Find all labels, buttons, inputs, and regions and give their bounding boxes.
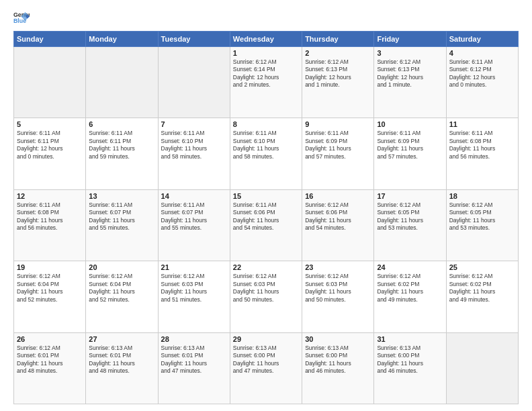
calendar-cell: 10Sunrise: 6:11 AM Sunset: 6:09 PM Dayli… [374, 118, 446, 189]
calendar-week-row: 19Sunrise: 6:12 AM Sunset: 6:04 PM Dayli… [14, 261, 519, 332]
calendar-cell: 4Sunrise: 6:11 AM Sunset: 6:12 PM Daylig… [446, 47, 518, 118]
day-info: Sunrise: 6:12 AM Sunset: 6:05 PM Dayligh… [377, 201, 443, 232]
weekday-header-monday: Monday [86, 32, 158, 47]
day-number: 31 [377, 335, 443, 343]
day-number: 4 [449, 49, 515, 57]
weekday-header-thursday: Thursday [302, 32, 374, 47]
calendar-week-row: 26Sunrise: 6:12 AM Sunset: 6:01 PM Dayli… [14, 332, 519, 404]
calendar-cell: 18Sunrise: 6:12 AM Sunset: 6:05 PM Dayli… [446, 189, 518, 261]
day-info: Sunrise: 6:12 AM Sunset: 6:04 PM Dayligh… [89, 273, 154, 304]
day-number: 28 [161, 335, 227, 343]
day-info: Sunrise: 6:12 AM Sunset: 6:14 PM Dayligh… [233, 58, 299, 89]
day-number: 30 [305, 335, 371, 343]
calendar-cell: 9Sunrise: 6:11 AM Sunset: 6:09 PM Daylig… [302, 118, 374, 189]
calendar-cell: 5Sunrise: 6:11 AM Sunset: 6:11 PM Daylig… [14, 118, 86, 189]
day-number: 13 [89, 192, 154, 200]
calendar-week-row: 5Sunrise: 6:11 AM Sunset: 6:11 PM Daylig… [14, 118, 519, 189]
day-number: 19 [17, 263, 83, 271]
calendar-cell: 19Sunrise: 6:12 AM Sunset: 6:04 PM Dayli… [14, 261, 86, 332]
day-number: 27 [89, 335, 154, 343]
calendar-cell: 1Sunrise: 6:12 AM Sunset: 6:14 PM Daylig… [230, 47, 302, 118]
day-number: 29 [233, 335, 299, 343]
day-info: Sunrise: 6:13 AM Sunset: 6:01 PM Dayligh… [89, 345, 154, 375]
logo: General Blue [13, 11, 30, 24]
day-info: Sunrise: 6:12 AM Sunset: 6:02 PM Dayligh… [377, 273, 443, 304]
calendar-cell: 29Sunrise: 6:13 AM Sunset: 6:00 PM Dayli… [230, 332, 302, 404]
calendar-cell: 11Sunrise: 6:11 AM Sunset: 6:08 PM Dayli… [446, 118, 518, 189]
day-info: Sunrise: 6:13 AM Sunset: 6:01 PM Dayligh… [161, 345, 227, 375]
calendar-cell: 20Sunrise: 6:12 AM Sunset: 6:04 PM Dayli… [86, 261, 158, 332]
weekday-header-sunday: Sunday [14, 32, 86, 47]
day-info: Sunrise: 6:11 AM Sunset: 6:12 PM Dayligh… [449, 58, 515, 89]
calendar-cell: 22Sunrise: 6:12 AM Sunset: 6:03 PM Dayli… [230, 261, 302, 332]
calendar-cell: 6Sunrise: 6:11 AM Sunset: 6:11 PM Daylig… [86, 118, 158, 189]
day-info: Sunrise: 6:12 AM Sunset: 6:01 PM Dayligh… [17, 345, 83, 375]
day-number: 7 [161, 120, 227, 128]
day-number: 17 [377, 192, 443, 200]
day-number: 24 [377, 263, 443, 271]
day-info: Sunrise: 6:13 AM Sunset: 6:00 PM Dayligh… [377, 345, 443, 375]
calendar-cell: 27Sunrise: 6:13 AM Sunset: 6:01 PM Dayli… [86, 332, 158, 404]
calendar-cell: 31Sunrise: 6:13 AM Sunset: 6:00 PM Dayli… [374, 332, 446, 404]
logo-icon: General Blue [13, 11, 30, 24]
day-info: Sunrise: 6:12 AM Sunset: 6:05 PM Dayligh… [449, 201, 515, 232]
calendar-cell: 30Sunrise: 6:13 AM Sunset: 6:00 PM Dayli… [302, 332, 374, 404]
day-number: 25 [449, 263, 515, 271]
calendar-cell [86, 47, 158, 118]
day-number: 6 [89, 120, 154, 128]
day-info: Sunrise: 6:12 AM Sunset: 6:02 PM Dayligh… [449, 273, 515, 304]
day-info: Sunrise: 6:12 AM Sunset: 6:13 PM Dayligh… [305, 58, 371, 89]
day-number: 11 [449, 120, 515, 128]
day-info: Sunrise: 6:13 AM Sunset: 6:00 PM Dayligh… [305, 345, 371, 375]
calendar-cell [158, 47, 230, 118]
day-number: 15 [233, 192, 299, 200]
day-number: 14 [161, 192, 227, 200]
day-info: Sunrise: 6:11 AM Sunset: 6:10 PM Dayligh… [233, 130, 299, 161]
weekday-header-wednesday: Wednesday [230, 32, 302, 47]
calendar-cell: 21Sunrise: 6:12 AM Sunset: 6:03 PM Dayli… [158, 261, 230, 332]
day-info: Sunrise: 6:12 AM Sunset: 6:13 PM Dayligh… [377, 58, 443, 89]
calendar-cell [446, 332, 518, 404]
day-info: Sunrise: 6:12 AM Sunset: 6:06 PM Dayligh… [305, 201, 371, 232]
day-info: Sunrise: 6:11 AM Sunset: 6:11 PM Dayligh… [17, 130, 83, 161]
calendar-week-row: 12Sunrise: 6:11 AM Sunset: 6:08 PM Dayli… [14, 189, 519, 261]
calendar-cell: 17Sunrise: 6:12 AM Sunset: 6:05 PM Dayli… [374, 189, 446, 261]
day-number: 1 [233, 49, 299, 57]
day-number: 10 [377, 120, 443, 128]
day-number: 22 [233, 263, 299, 271]
weekday-header-tuesday: Tuesday [158, 32, 230, 47]
calendar-cell: 3Sunrise: 6:12 AM Sunset: 6:13 PM Daylig… [374, 47, 446, 118]
day-info: Sunrise: 6:11 AM Sunset: 6:07 PM Dayligh… [89, 201, 154, 232]
calendar-cell: 14Sunrise: 6:11 AM Sunset: 6:07 PM Dayli… [158, 189, 230, 261]
weekday-header-friday: Friday [374, 32, 446, 47]
day-info: Sunrise: 6:12 AM Sunset: 6:03 PM Dayligh… [305, 273, 371, 304]
day-number: 20 [89, 263, 154, 271]
calendar-cell: 25Sunrise: 6:12 AM Sunset: 6:02 PM Dayli… [446, 261, 518, 332]
calendar-cell: 12Sunrise: 6:11 AM Sunset: 6:08 PM Dayli… [14, 189, 86, 261]
day-info: Sunrise: 6:11 AM Sunset: 6:09 PM Dayligh… [377, 130, 443, 161]
calendar-cell: 15Sunrise: 6:11 AM Sunset: 6:06 PM Dayli… [230, 189, 302, 261]
day-number: 3 [377, 49, 443, 57]
weekday-header-saturday: Saturday [446, 32, 518, 47]
day-info: Sunrise: 6:13 AM Sunset: 6:00 PM Dayligh… [233, 345, 299, 375]
calendar-cell: 8Sunrise: 6:11 AM Sunset: 6:10 PM Daylig… [230, 118, 302, 189]
calendar-cell: 2Sunrise: 6:12 AM Sunset: 6:13 PM Daylig… [302, 47, 374, 118]
day-number: 23 [305, 263, 371, 271]
calendar-cell: 26Sunrise: 6:12 AM Sunset: 6:01 PM Dayli… [14, 332, 86, 404]
day-number: 18 [449, 192, 515, 200]
header: General Blue [13, 11, 519, 24]
day-info: Sunrise: 6:11 AM Sunset: 6:07 PM Dayligh… [161, 201, 227, 232]
page: General Blue SundayMondayTuesdayWednesda… [0, 0, 532, 411]
day-number: 21 [161, 263, 227, 271]
day-number: 16 [305, 192, 371, 200]
calendar-cell: 28Sunrise: 6:13 AM Sunset: 6:01 PM Dayli… [158, 332, 230, 404]
day-number: 9 [305, 120, 371, 128]
calendar-cell: 13Sunrise: 6:11 AM Sunset: 6:07 PM Dayli… [86, 189, 158, 261]
calendar-table: SundayMondayTuesdayWednesdayThursdayFrid… [13, 31, 519, 404]
day-info: Sunrise: 6:11 AM Sunset: 6:10 PM Dayligh… [161, 130, 227, 161]
day-info: Sunrise: 6:11 AM Sunset: 6:06 PM Dayligh… [233, 201, 299, 232]
day-info: Sunrise: 6:11 AM Sunset: 6:11 PM Dayligh… [89, 130, 154, 161]
day-number: 26 [17, 335, 83, 343]
day-number: 12 [17, 192, 83, 200]
calendar-cell: 7Sunrise: 6:11 AM Sunset: 6:10 PM Daylig… [158, 118, 230, 189]
